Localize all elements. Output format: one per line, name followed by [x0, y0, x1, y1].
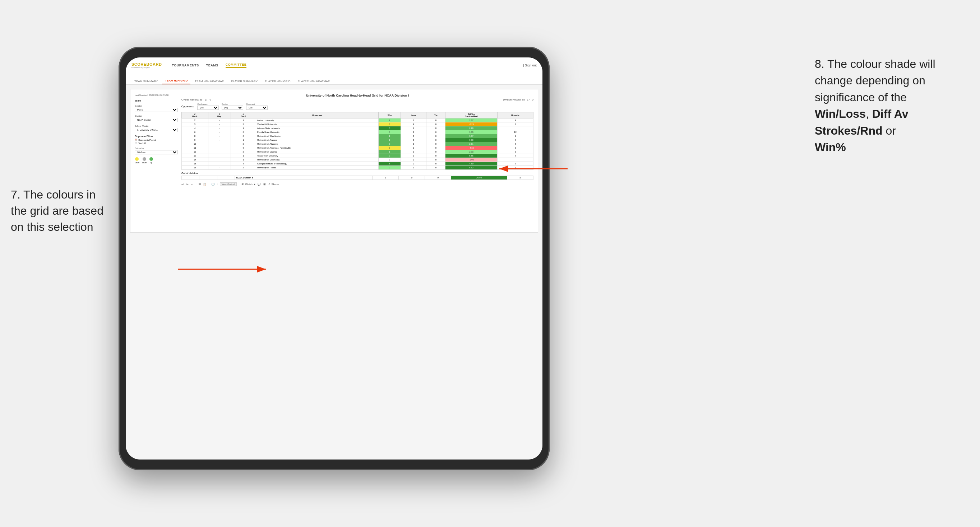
report-sidebar: Last Updated: 27/03/2024 16:55:38 Team G… — [135, 94, 178, 186]
table-row: 14 - 1 University of Oklahoma 0 0 0 -1.0… — [182, 158, 533, 162]
filter-region-select[interactable]: (All) — [222, 106, 243, 110]
out-of-division-row: NCAA Division II 1 0 0 26.00 3 — [182, 176, 533, 180]
cell-tie: 0 — [426, 130, 445, 134]
cell-conf: 1 — [231, 138, 256, 142]
toolbar-view[interactable]: View: Original — [220, 183, 237, 186]
filter-region-label: Region — [222, 103, 243, 105]
toolbar-sep2: | — [209, 183, 210, 185]
toolbar-sep1: | — [196, 183, 197, 185]
cell-diff: 1.67 — [445, 119, 497, 122]
cell-conf: 3 — [231, 150, 256, 154]
division-select[interactable]: NCAA Division I — [135, 118, 178, 122]
cell-rank: 2 — [182, 119, 208, 122]
main-content: Last Updated: 27/03/2024 16:55:38 Team G… — [126, 85, 542, 460]
subnav-player-h2h-grid[interactable]: PLAYER H2H GRID — [262, 78, 293, 84]
opponent-view-label: Opponent View — [135, 135, 178, 138]
cell-opponent: University of Florida — [256, 166, 379, 170]
table-row: 6 - 2 Florida State University 4 2 0 1.8… — [182, 130, 533, 134]
toolbar-undo[interactable]: ↩ — [181, 183, 184, 186]
toolbar-sep3: | — [217, 183, 218, 185]
toolbar-grid[interactable]: ⊞ — [263, 183, 266, 186]
subnav-player-h2h-heatmap[interactable]: PLAYER H2H HEATMAP — [294, 78, 332, 84]
cell-tie: 0 — [426, 126, 445, 130]
nav-tournaments[interactable]: TOURNAMENTS — [172, 63, 199, 67]
toolbar-sep4: | — [239, 183, 240, 185]
cell-diff: 2.28 — [445, 126, 497, 130]
filter-opponent-select[interactable]: (All) — [246, 106, 267, 110]
filter-opponent-label: Opponent — [246, 103, 267, 105]
filter-opponent: Opponent (All) — [246, 103, 267, 110]
filter-conference-select[interactable]: (All) — [197, 106, 219, 110]
subnav-player-summary[interactable]: PLAYER SUMMARY — [228, 78, 261, 84]
gender-select[interactable]: Men's — [135, 108, 178, 112]
app-header: SCOREBOARD Powered by clippd TOURNAMENTS… — [126, 57, 542, 73]
cell-rounds: 3 — [497, 146, 533, 150]
cell-win: 3 — [379, 142, 401, 146]
legend-down-label: Down — [135, 162, 139, 164]
cell-win: 0 — [379, 158, 401, 162]
cell-rank: 15 — [182, 162, 208, 166]
th-diff: Diff AvStrokes/Rnd — [445, 113, 497, 119]
cell-opponent: Auburn University — [256, 119, 379, 122]
cell-opponent: Georgia Institute of Technology — [256, 162, 379, 166]
table-header-row: #Rank #Reg #Conf Opponent Win Loss Tie D… — [182, 113, 533, 119]
toolbar-watch[interactable]: 👁 Watch ▾ — [242, 183, 255, 186]
th-conf: #Conf — [231, 113, 256, 119]
radio-opponents-played[interactable]: Opponents Played — [135, 138, 178, 141]
cell-diff: -1.00 — [445, 158, 497, 162]
cell-win: 1 — [379, 150, 401, 154]
filter-conference: Conference (All) — [197, 103, 219, 110]
cell-tie: 0 — [426, 166, 445, 170]
colour-by-select[interactable]: Win/loss — [135, 150, 178, 154]
cell-loss: 0 — [401, 142, 426, 146]
sign-out-link[interactable]: | Sign out — [523, 63, 537, 67]
ood-win: 1 — [372, 176, 398, 180]
toolbar-back[interactable]: ← — [191, 183, 194, 186]
cell-rank: 11 — [182, 146, 208, 150]
toolbar-share[interactable]: ↗ Share — [268, 183, 279, 186]
filter-region: Region (All) — [222, 103, 243, 110]
cell-reg: - — [208, 126, 231, 130]
cell-rank: 12 — [182, 150, 208, 154]
cell-loss: 0 — [401, 154, 426, 158]
report-layout: Last Updated: 27/03/2024 16:55:38 Team G… — [135, 94, 533, 186]
cell-reg: - — [208, 162, 231, 166]
cell-loss: 4 — [401, 122, 426, 126]
sidebar-team-label: Team — [135, 100, 178, 102]
filter-conference-label: Conference — [197, 103, 219, 105]
table-row: 13 - 1 Texas Tech University 3 0 0 5.56 … — [182, 154, 533, 158]
subnav-team-h2h-grid[interactable]: TEAM H2H GRID — [162, 78, 190, 84]
th-rank: #Rank — [182, 113, 208, 119]
cell-tie: 0 — [426, 138, 445, 142]
th-opponent: Opponent — [256, 113, 379, 119]
legend-up-label: Up — [150, 162, 152, 164]
toolbar-clock[interactable]: 🕐 — [211, 183, 215, 186]
subnav-team-h2h-heatmap[interactable]: TEAM H2H HEATMAP — [192, 78, 227, 84]
toolbar-paste[interactable]: 📋 — [203, 183, 207, 186]
cell-diff: 1.83 — [445, 130, 497, 134]
legend-row: Down Level Up — [135, 157, 178, 164]
cell-reg: - — [208, 142, 231, 146]
radio-top100[interactable]: Top 100 — [135, 142, 178, 144]
cell-diff: 6.62 — [445, 166, 497, 170]
school-select[interactable]: 1. University of Nort... — [135, 128, 178, 132]
legend-up-circle — [150, 157, 153, 161]
nav-teams[interactable]: TEAMS — [206, 63, 218, 67]
cell-rank: 14 — [182, 158, 208, 162]
cell-rounds: 9 — [497, 162, 533, 166]
toolbar-copy[interactable]: ⧉ — [199, 183, 201, 186]
cell-win: 5 — [379, 162, 401, 166]
cell-opponent: University of Virginia — [256, 150, 379, 154]
nav-committee[interactable]: COMMITTEE — [226, 63, 247, 68]
subnav-team-summary[interactable]: TEAM SUMMARY — [132, 78, 161, 84]
toolbar-redo[interactable]: ↪ — [186, 183, 189, 186]
cell-tie: 0 — [426, 162, 445, 166]
cell-conf: 5 — [231, 142, 256, 146]
cell-rounds: 8 — [497, 142, 533, 146]
cell-conf: 2 — [231, 122, 256, 126]
cell-rank: 13 — [182, 154, 208, 158]
toolbar-comment[interactable]: 💬 — [258, 183, 261, 186]
logo-text: SCOREBOARD — [132, 62, 162, 67]
cell-rounds: 8 — [497, 122, 533, 126]
report-toolbar: ↩ ↪ ← | ⧉ 📋 | 🕐 | View: Original | 👁 Wat… — [181, 180, 533, 186]
